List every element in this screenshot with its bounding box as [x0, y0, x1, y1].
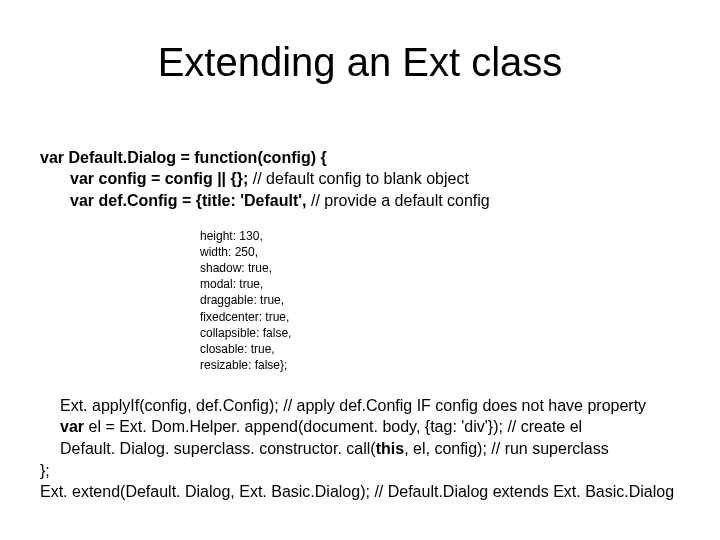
- prop: collapsible: false,: [200, 326, 291, 340]
- code-block-2: Ext. applyIf(config, def.Config); // app…: [40, 373, 680, 503]
- code-text: config = config || {};: [94, 170, 253, 187]
- code-block: var Default.Dialog = function(config) { …: [40, 125, 680, 211]
- code-text: Default. Dialog. superclass. constructor…: [60, 440, 376, 457]
- code-text: , el, config);: [404, 440, 491, 457]
- code-text: def.Config = {title: 'Default',: [94, 192, 311, 209]
- comment: // default config to blank object: [253, 170, 469, 187]
- kw-var: var: [40, 149, 64, 166]
- kw-var: var: [60, 418, 84, 435]
- code-text: Ext. applyIf(config, def.Config);: [60, 397, 283, 414]
- comment: // create el: [507, 418, 582, 435]
- kw-var: var: [70, 192, 94, 209]
- code-text: };: [40, 462, 50, 479]
- comment: // Default.Dialog extends Ext. Basic.Dia…: [374, 483, 674, 500]
- comment: // provide a default config: [311, 192, 490, 209]
- prop: modal: true,: [200, 277, 263, 291]
- comment: // run superclass: [491, 440, 608, 457]
- config-props: height: 130, width: 250, shadow: true, m…: [200, 211, 680, 373]
- slide: Extending an Ext class var Default.Dialo…: [0, 0, 720, 540]
- comment: // apply def.Config IF config does not h…: [283, 397, 646, 414]
- code-text: el = Ext. Dom.Helper. append(document. b…: [84, 418, 507, 435]
- kw-var: var: [70, 170, 94, 187]
- kw-function: function: [194, 149, 257, 166]
- prop: fixedcenter: true,: [200, 310, 289, 324]
- prop: closable: true,: [200, 342, 275, 356]
- code-text: (config) {: [257, 149, 326, 166]
- prop: shadow: true,: [200, 261, 272, 275]
- code-text: Default.Dialog =: [64, 149, 194, 166]
- slide-title: Extending an Ext class: [40, 40, 680, 85]
- prop: draggable: true,: [200, 293, 284, 307]
- prop: height: 130,: [200, 229, 263, 243]
- prop: resizable: false};: [200, 358, 287, 372]
- code-text: Ext. extend(Default. Dialog, Ext. Basic.…: [40, 483, 374, 500]
- kw-this: this: [376, 440, 404, 457]
- prop: width: 250,: [200, 245, 258, 259]
